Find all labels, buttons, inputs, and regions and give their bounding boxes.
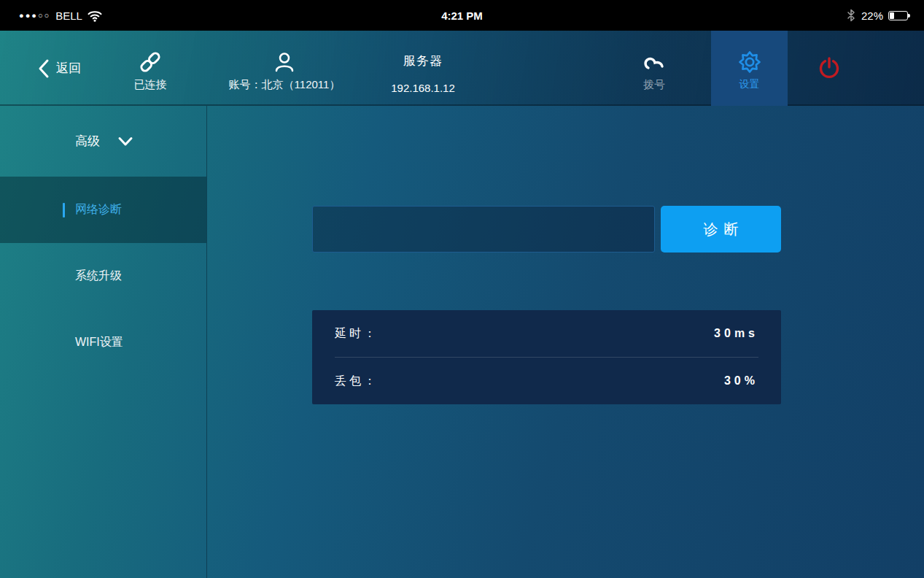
server-title: 服务器: [403, 53, 443, 69]
top-nav: 返回 已连接: [0, 31, 924, 106]
power-icon: [817, 56, 842, 81]
back-button[interactable]: 返回: [38, 31, 81, 106]
app-background: 返回 已连接: [0, 31, 924, 578]
diagnose-button[interactable]: 诊断: [661, 206, 781, 253]
account-label: 账号：北京（112011）: [229, 78, 341, 92]
user-icon: [273, 50, 296, 74]
battery-percent: 22%: [861, 9, 883, 22]
phone-icon: [641, 50, 667, 74]
tab-settings[interactable]: 设置: [711, 31, 788, 106]
status-bar-right: 22%: [846, 0, 908, 31]
results-panel: 延时： 30ms 丢包： 30%: [312, 310, 781, 404]
packet-loss-value: 30%: [724, 374, 758, 388]
diagnose-input[interactable]: [312, 206, 655, 253]
clock: 4:21 PM: [0, 0, 924, 31]
result-row-latency: 延时： 30ms: [312, 310, 781, 357]
server-address: 192.168.1.12: [391, 82, 455, 94]
account-info: 账号：北京（112011）: [215, 31, 354, 106]
connection-status[interactable]: 已连接: [123, 31, 178, 106]
packet-loss-label: 丢包：: [335, 374, 378, 389]
chevron-left-icon: [38, 58, 50, 79]
sidebar: 高级 网络诊断 系统升级 WIFI设置: [0, 106, 207, 578]
battery-fill: [890, 12, 894, 19]
server-info: 服务器 192.168.1.12: [372, 31, 474, 106]
connection-label: 已连接: [134, 78, 167, 92]
latency-value: 30ms: [714, 327, 758, 340]
sidebar-group-advanced[interactable]: 高级: [0, 106, 206, 177]
sidebar-item-system-upgrade[interactable]: 系统升级: [0, 243, 206, 309]
link-icon: [137, 50, 163, 74]
power-button[interactable]: [808, 31, 850, 106]
bluetooth-icon: [846, 8, 856, 23]
main-content: 诊断 延时： 30ms 丢包： 30%: [207, 106, 924, 578]
chevron-down-icon: [117, 136, 133, 147]
sidebar-item-label: 系统升级: [75, 269, 122, 284]
back-label: 返回: [56, 60, 81, 77]
result-row-packet-loss: 丢包： 30%: [312, 358, 781, 404]
settings-label: 设置: [739, 78, 760, 91]
gear-icon: [737, 50, 763, 74]
sidebar-item-label: WIFI设置: [75, 335, 123, 350]
sidebar-item-network-diagnosis[interactable]: 网络诊断: [0, 177, 206, 243]
sidebar-group-label: 高级: [75, 133, 100, 150]
selected-item-marker: [63, 203, 65, 217]
sidebar-item-label: 网络诊断: [75, 202, 122, 217]
latency-label: 延时：: [335, 326, 378, 342]
status-bar: ●●●○○ BELL 4:21 PM 22%: [0, 0, 924, 31]
sidebar-item-wifi-settings[interactable]: WIFI设置: [0, 309, 206, 376]
battery-icon: [888, 11, 908, 20]
dial-label: 拨号: [643, 78, 665, 92]
screen: ●●●○○ BELL 4:21 PM 22%: [0, 0, 924, 578]
dial-button[interactable]: 拨号: [627, 31, 681, 106]
battery-nub: [908, 14, 910, 18]
